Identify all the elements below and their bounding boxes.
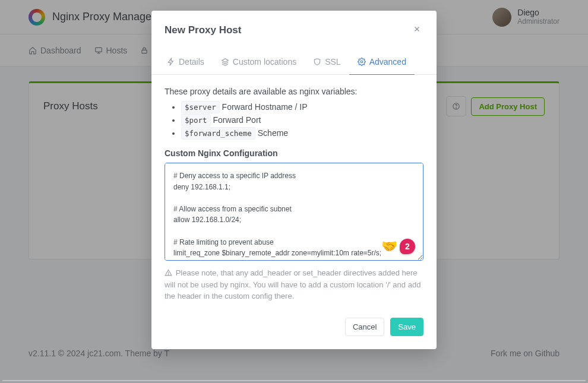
- tab-details-label: Details: [179, 57, 204, 67]
- tab-custom-locations-label: Custom locations: [233, 57, 296, 67]
- close-icon: [413, 25, 421, 33]
- tab-custom-locations[interactable]: Custom locations: [213, 49, 305, 75]
- nginx-vars-list: $server Forward Hostname / IP $port Forw…: [181, 102, 423, 138]
- tab-ssl[interactable]: SSL: [305, 49, 349, 75]
- config-label: Custom Nginx Configuration: [165, 148, 423, 158]
- tab-details[interactable]: Details: [159, 49, 213, 75]
- var-scheme: $forward_scheme Scheme: [181, 128, 423, 138]
- zap-icon: [167, 58, 175, 66]
- config-note: Please note, that any add_header or set_…: [165, 267, 423, 302]
- var-server-label: Forward Hostname / IP: [222, 102, 308, 112]
- var-scheme-code: $forward_scheme: [181, 127, 255, 140]
- custom-nginx-config-input[interactable]: [165, 163, 423, 261]
- modal-tabs: Details Custom locations SSL Advanced: [151, 49, 437, 75]
- modal-title: New Proxy Host: [165, 24, 241, 36]
- shield-icon: [313, 58, 321, 66]
- alert-triangle-icon: [165, 269, 172, 277]
- window-resize-edge[interactable]: [2, 380, 586, 381]
- tab-ssl-label: SSL: [325, 57, 340, 67]
- var-server: $server Forward Hostname / IP: [181, 102, 423, 112]
- var-server-code: $server: [181, 101, 220, 113]
- settings-icon: [358, 58, 366, 66]
- var-port: $port Forward Port: [181, 115, 423, 125]
- tab-advanced[interactable]: Advanced: [349, 49, 415, 75]
- tab-advanced-label: Advanced: [369, 57, 406, 67]
- var-port-code: $port: [181, 114, 211, 126]
- new-proxy-host-modal: New Proxy Host Details Custom locations …: [151, 11, 437, 349]
- save-button[interactable]: Save: [390, 318, 423, 336]
- modal-close-button[interactable]: [410, 21, 423, 39]
- layers-icon: [221, 58, 229, 66]
- svg-point-4: [361, 61, 363, 63]
- svg-point-5: [168, 274, 169, 275]
- config-note-text: Please note, that any add_header or set_…: [165, 268, 421, 300]
- var-scheme-label: Scheme: [258, 128, 288, 138]
- advanced-intro: These proxy details are available as ngi…: [165, 87, 423, 96]
- var-port-label: Forward Port: [213, 115, 261, 125]
- cancel-button[interactable]: Cancel: [345, 318, 384, 336]
